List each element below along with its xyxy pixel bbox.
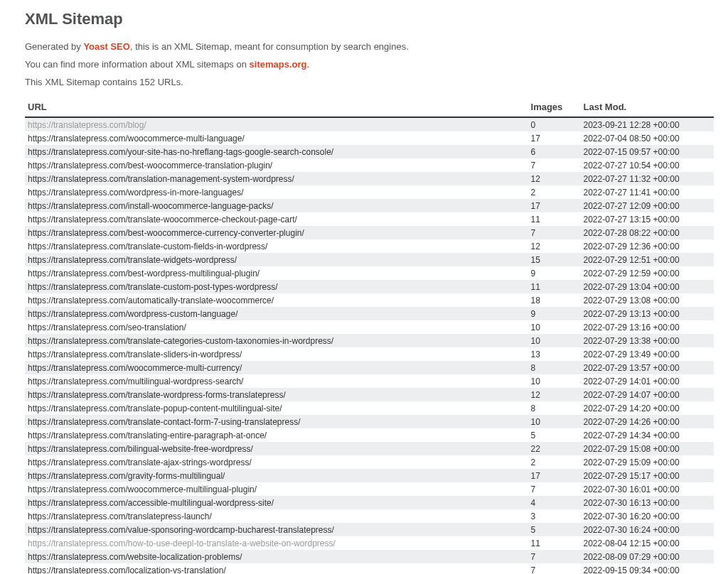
cell-url: https://translatepress.com/woocommerce-m… xyxy=(25,482,528,496)
sitemap-url-link[interactable]: https://translatepress.com/gravity-forms… xyxy=(28,471,225,481)
cell-lastmod: 2022-07-29 14:20 +00:00 xyxy=(581,401,714,415)
sitemap-url-link[interactable]: https://translatepress.com/translatepres… xyxy=(28,511,212,521)
sitemap-url-link[interactable]: https://translatepress.com/wordpress-in-… xyxy=(28,188,243,197)
cell-lastmod: 2022-07-29 14:07 +00:00 xyxy=(581,388,714,401)
table-row: https://translatepress.com/translate-wor… xyxy=(25,388,714,401)
page-title: XML Sitemap xyxy=(25,10,714,28)
sitemap-url-link[interactable]: https://translatepress.com/translating-e… xyxy=(28,430,267,440)
yoast-link[interactable]: Yoast SEO xyxy=(83,41,130,52)
sitemap-url-link[interactable]: https://translatepress.com/woocommerce-m… xyxy=(28,484,257,494)
table-row: https://translatepress.com/translate-aja… xyxy=(25,455,714,469)
table-row: https://translatepress.com/how-to-use-de… xyxy=(25,536,714,550)
sitemap-url-link[interactable]: https://translatepress.com/translate-pop… xyxy=(28,404,282,413)
sitemap-url-link[interactable]: https://translatepress.com/translate-cus… xyxy=(28,242,267,251)
sitemap-url-link[interactable]: https://translatepress.com/localization-… xyxy=(28,565,226,575)
table-row: https://translatepress.com/woocommerce-m… xyxy=(25,131,714,145)
sitemap-url-link[interactable]: https://translatepress.com/seo-translati… xyxy=(28,323,186,332)
generated-suffix: , this is an XML Sitemap, meant for cons… xyxy=(130,41,409,52)
table-row: https://translatepress.com/multilingual-… xyxy=(25,374,714,388)
cell-url: https://translatepress.com/accessible-mu… xyxy=(25,496,528,509)
table-body: https://translatepress.com/blog/02023-09… xyxy=(25,117,714,574)
sitemap-url-link[interactable]: https://translatepress.com/best-wordpres… xyxy=(28,269,259,278)
table-row: https://translatepress.com/woocommerce-m… xyxy=(25,482,714,496)
sitemap-url-link[interactable]: https://translatepress.com/wordpress-cus… xyxy=(28,309,237,319)
more-info-line: You can find more information about XML … xyxy=(25,59,714,70)
sitemap-url-link[interactable]: https://translatepress.com/woocommerce-m… xyxy=(28,363,242,373)
sitemap-url-link[interactable]: https://translatepress.com/translate-woo… xyxy=(28,215,297,224)
cell-lastmod: 2022-07-04 08:50 +00:00 xyxy=(581,131,714,145)
column-images: Images xyxy=(528,97,581,117)
table-row: https://translatepress.com/value-sponsor… xyxy=(25,523,714,536)
table-row: https://translatepress.com/website-local… xyxy=(25,550,714,563)
cell-images: 11 xyxy=(528,536,581,550)
cell-url: https://translatepress.com/translating-e… xyxy=(25,428,528,442)
cell-images: 3 xyxy=(528,509,581,523)
cell-lastmod: 2022-07-29 13:13 +00:00 xyxy=(581,307,714,320)
cell-lastmod: 2022-08-09 07:29 +00:00 xyxy=(581,550,714,563)
cell-lastmod: 2022-07-29 14:26 +00:00 xyxy=(581,415,714,428)
sitemap-url-link[interactable]: https://translatepress.com/your-site-has… xyxy=(28,147,333,157)
sitemap-url-link[interactable]: https://translatepress.com/translate-cus… xyxy=(28,282,277,292)
cell-url: https://translatepress.com/blog/ xyxy=(25,117,528,131)
column-lastmod: Last Mod. xyxy=(581,97,714,117)
table-row: https://translatepress.com/translate-woo… xyxy=(25,212,714,226)
sitemap-url-link[interactable]: https://translatepress.com/translation-m… xyxy=(28,174,294,184)
table-row: https://translatepress.com/wordpress-cus… xyxy=(25,307,714,320)
sitemap-url-link[interactable]: https://translatepress.com/blog/ xyxy=(28,120,146,130)
cell-lastmod: 2022-07-29 15:09 +00:00 xyxy=(581,455,714,469)
sitemaps-org-link[interactable]: sitemaps.org xyxy=(250,59,307,70)
cell-url: https://translatepress.com/translate-wid… xyxy=(25,253,528,266)
sitemap-url-link[interactable]: https://translatepress.com/translate-aja… xyxy=(28,457,252,467)
cell-lastmod: 2022-07-30 16:24 +00:00 xyxy=(581,523,714,536)
sitemap-url-link[interactable]: https://translatepress.com/automatically… xyxy=(28,296,274,305)
cell-images: 10 xyxy=(528,374,581,388)
cell-url: https://translatepress.com/your-site-has… xyxy=(25,145,528,158)
cell-images: 8 xyxy=(528,401,581,415)
sitemap-table: URL Images Last Mod. https://translatepr… xyxy=(25,97,714,574)
table-row: https://translatepress.com/translate-pop… xyxy=(25,401,714,415)
sitemap-url-link[interactable]: https://translatepress.com/multilingual-… xyxy=(28,377,243,386)
cell-images: 10 xyxy=(528,415,581,428)
cell-url: https://translatepress.com/translate-woo… xyxy=(25,212,528,226)
table-row: https://translatepress.com/wordpress-in-… xyxy=(25,185,714,199)
sitemap-url-link[interactable]: https://translatepress.com/value-sponsor… xyxy=(28,525,334,535)
cell-images: 7 xyxy=(528,158,581,172)
more-prefix: You can find more information about XML … xyxy=(25,59,250,70)
sitemap-url-link[interactable]: https://translatepress.com/translate-con… xyxy=(28,417,300,427)
sitemap-url-link[interactable]: https://translatepress.com/woocommerce-m… xyxy=(28,134,245,144)
table-row: https://translatepress.com/translate-cat… xyxy=(25,334,714,347)
cell-images: 13 xyxy=(528,347,581,361)
column-url: URL xyxy=(25,97,528,117)
cell-url: https://translatepress.com/website-local… xyxy=(25,550,528,563)
generated-line: Generated by Yoast SEO, this is an XML S… xyxy=(25,41,714,52)
sitemap-url-link[interactable]: https://translatepress.com/translate-wor… xyxy=(28,390,286,400)
sitemap-url-link[interactable]: https://translatepress.com/translate-cat… xyxy=(28,336,333,346)
cell-lastmod: 2022-07-30 16:01 +00:00 xyxy=(581,482,714,496)
sitemap-url-link[interactable]: https://translatepress.com/bilingual-web… xyxy=(28,444,253,454)
generated-prefix: Generated by xyxy=(25,41,83,52)
cell-url: https://translatepress.com/translate-pop… xyxy=(25,401,528,415)
sitemap-url-link[interactable]: https://translatepress.com/translate-sli… xyxy=(28,350,242,359)
cell-url: https://translatepress.com/bilingual-web… xyxy=(25,442,528,455)
cell-lastmod: 2022-07-29 12:59 +00:00 xyxy=(581,266,714,280)
sitemap-url-link[interactable]: https://translatepress.com/best-woocomme… xyxy=(28,161,272,170)
cell-url: https://translatepress.com/best-woocomme… xyxy=(25,158,528,172)
cell-url: https://translatepress.com/value-sponsor… xyxy=(25,523,528,536)
cell-url: https://translatepress.com/best-woocomme… xyxy=(25,226,528,239)
sitemap-url-link[interactable]: https://translatepress.com/website-local… xyxy=(28,552,242,562)
cell-lastmod: 2022-07-29 13:57 +00:00 xyxy=(581,361,714,374)
cell-url: https://translatepress.com/woocommerce-m… xyxy=(25,131,528,145)
cell-lastmod: 2022-07-29 12:36 +00:00 xyxy=(581,239,714,253)
sitemap-url-link[interactable]: https://translatepress.com/accessible-mu… xyxy=(28,498,274,508)
cell-images: 2 xyxy=(528,185,581,199)
cell-images: 6 xyxy=(528,145,581,158)
sitemap-url-link[interactable]: https://translatepress.com/install-wooco… xyxy=(28,201,273,211)
cell-lastmod: 2022-07-15 09:57 +00:00 xyxy=(581,145,714,158)
sitemap-url-link[interactable]: https://translatepress.com/translate-wid… xyxy=(28,255,237,265)
cell-url: https://translatepress.com/wordpress-cus… xyxy=(25,307,528,320)
table-row: https://translatepress.com/translation-m… xyxy=(25,172,714,185)
sitemap-url-link[interactable]: https://translatepress.com/best-woocomme… xyxy=(28,228,304,238)
cell-lastmod: 2022-07-27 12:09 +00:00 xyxy=(581,199,714,212)
table-row: https://translatepress.com/localization-… xyxy=(25,563,714,574)
sitemap-url-link[interactable]: https://translatepress.com/how-to-use-de… xyxy=(28,538,336,548)
